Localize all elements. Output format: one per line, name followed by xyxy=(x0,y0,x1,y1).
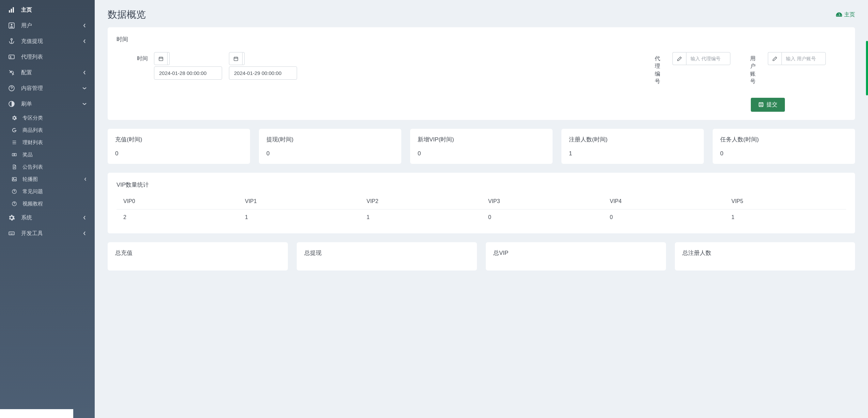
date-from-input[interactable] xyxy=(154,66,222,80)
sidebar-item-label: 内容管理 xyxy=(21,85,82,92)
save-icon xyxy=(758,102,764,107)
sidebar-item-agents[interactable]: 代理列表 xyxy=(0,49,95,65)
scrollbar[interactable] xyxy=(866,41,868,95)
sidebar-item-label: 视频教程 xyxy=(22,201,87,207)
svg-rect-1 xyxy=(11,9,12,13)
gear-small-icon xyxy=(12,115,17,121)
sidebar-item-label: 代理列表 xyxy=(21,53,87,61)
stat-card-withdraw: 提现(时间) 0 xyxy=(259,129,401,164)
sidebar-item-devtools[interactable]: 开发工具 xyxy=(0,226,95,241)
svg-rect-17 xyxy=(159,57,162,60)
filter-card-title: 时间 xyxy=(117,35,846,43)
chevron-left-icon xyxy=(82,71,87,75)
vip-stats-card: VIP数量统计 VIP0 VIP1 VIP2 VIP3 VIP4 VIP5 2 … xyxy=(108,173,855,233)
main: 数据概览 主页 时间 时间 xyxy=(95,0,868,418)
stat-title: 总VIP xyxy=(493,249,658,257)
sidebar-item-content[interactable]: 内容管理 xyxy=(0,80,95,96)
svg-rect-16 xyxy=(9,232,14,235)
sidebar-subitem-video[interactable]: 视频教程 xyxy=(0,198,95,210)
vip-header: VIP2 xyxy=(360,193,481,210)
sidebar-item-label: 系统 xyxy=(21,214,82,221)
svg-point-11 xyxy=(14,154,15,155)
stat-card-recharge: 充值(时间) 0 xyxy=(108,129,250,164)
stat-title: 新增VIP(时间) xyxy=(418,136,545,143)
stat-value: 0 xyxy=(115,150,243,157)
chevron-down-icon xyxy=(82,86,87,90)
question-circle-icon xyxy=(8,85,15,92)
user-box-icon xyxy=(8,22,15,29)
sidebar-item-label: 奖品 xyxy=(22,152,87,158)
time-filter: 时间 xyxy=(130,52,297,80)
svg-rect-19 xyxy=(759,103,763,107)
time-label: 时间 xyxy=(130,52,148,62)
stat-value: 0 xyxy=(266,150,394,157)
table-row: VIP0 VIP1 VIP2 VIP3 VIP4 VIP5 xyxy=(117,193,846,210)
sidebar-item-label: 充值提现 xyxy=(21,38,82,45)
sidebar-item-user[interactable]: 用户 xyxy=(0,18,95,33)
sidebar-item-label: 配置 xyxy=(21,69,82,76)
svg-rect-6 xyxy=(9,55,14,59)
totals-row: 总充值 总提现 总VIP 总注册人数 xyxy=(108,242,855,270)
svg-point-13 xyxy=(13,178,14,179)
stat-title: 提现(时间) xyxy=(266,136,394,143)
sidebar-item-label: 刷单 xyxy=(21,100,82,108)
calendar-icon[interactable] xyxy=(154,52,168,65)
sidebar-item-label: 用户 xyxy=(21,22,82,29)
vip-value: 1 xyxy=(360,209,481,225)
sidebar-subitem-faq[interactable]: 常见问题 xyxy=(0,185,95,198)
sidebar-item-label: 开发工具 xyxy=(21,230,82,237)
submit-button[interactable]: 提交 xyxy=(751,98,785,112)
hearing-icon xyxy=(8,69,15,76)
stat-card-register: 注册人数(时间) 1 xyxy=(561,129,704,164)
page-header: 数据概览 主页 xyxy=(108,8,855,21)
svg-rect-0 xyxy=(9,10,10,13)
sidebar-subitem-prize[interactable]: 奖品 xyxy=(0,149,95,161)
dashboard-icon xyxy=(836,12,842,18)
id-card-icon xyxy=(8,53,15,60)
svg-point-7 xyxy=(10,56,11,57)
chevron-left-icon xyxy=(82,231,87,235)
sidebar-subitem-zone-category[interactable]: 专区分类 xyxy=(0,112,95,124)
vip-value: 0 xyxy=(481,209,603,225)
stat-title: 注册人数(时间) xyxy=(569,136,696,143)
sidebar: 主页 用户 充值提现 代理列表 配置 xyxy=(0,0,95,418)
chevron-down-icon xyxy=(82,102,87,106)
agent-id-label: 代 理 编 号 xyxy=(649,52,666,86)
stat-card-total-recharge: 总充值 xyxy=(108,242,288,270)
vip-value: 2 xyxy=(117,209,238,225)
vip-card-title: VIP数量统计 xyxy=(117,181,846,189)
submit-label: 提交 xyxy=(766,101,777,108)
user-account-input[interactable] xyxy=(781,52,826,65)
sidebar-subitem-products[interactable]: 商品列表 xyxy=(0,124,95,136)
vip-header: VIP3 xyxy=(481,193,603,210)
agent-id-input[interactable] xyxy=(686,52,730,65)
calendar-icon[interactable] xyxy=(229,52,243,65)
sidebar-item-home[interactable]: 主页 xyxy=(0,2,95,18)
filter-card: 时间 时间 xyxy=(108,27,855,120)
sidebar-item-system[interactable]: 系统 xyxy=(0,210,95,226)
date-to-input[interactable] xyxy=(229,66,297,80)
stat-value: 0 xyxy=(418,150,545,157)
sidebar-item-label: 公告列表 xyxy=(22,164,87,170)
sidebar-subitem-announcements[interactable]: 公告列表 xyxy=(0,161,95,173)
sidebar-item-label: 理财列表 xyxy=(22,139,87,146)
sidebar-item-shuadan[interactable]: 刷单 xyxy=(0,96,95,112)
stats-row: 充值(时间) 0 提现(时间) 0 新增VIP(时间) 0 注册人数(时间) 1… xyxy=(108,129,855,164)
stat-value: 0 xyxy=(720,150,848,157)
stat-card-tasks: 任务人数(时间) 0 xyxy=(713,129,855,164)
svg-rect-18 xyxy=(234,57,237,60)
stat-title: 任务人数(时间) xyxy=(720,136,848,143)
chevron-left-icon xyxy=(84,177,87,181)
sidebar-item-recharge[interactable]: 充值提现 xyxy=(0,33,95,49)
sidebar-item-config[interactable]: 配置 xyxy=(0,65,95,80)
pencil-icon xyxy=(768,52,781,65)
sidebar-subitem-carousel[interactable]: 轮播图 xyxy=(0,173,95,185)
stat-card-total-vip: 总VIP xyxy=(486,242,666,270)
breadcrumb-label: 主页 xyxy=(844,11,855,18)
svg-rect-10 xyxy=(12,154,16,156)
sidebar-subitem-finance[interactable]: 理财列表 xyxy=(0,136,95,149)
breadcrumb[interactable]: 主页 xyxy=(836,11,855,18)
svg-rect-12 xyxy=(12,177,16,181)
sidebar-item-label: 常见问题 xyxy=(22,188,87,195)
vip-header: VIP4 xyxy=(603,193,725,210)
